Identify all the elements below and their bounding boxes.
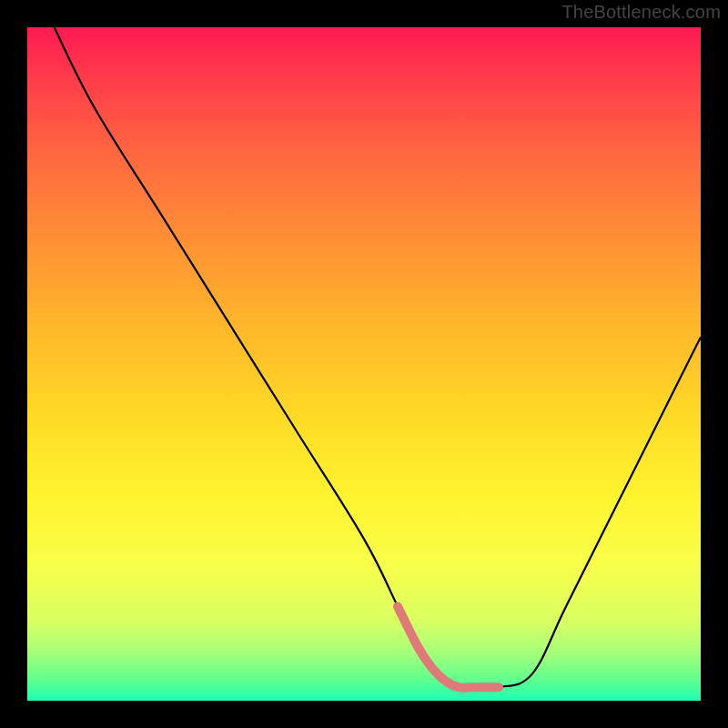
chart-frame: TheBottleneck.com (0, 0, 728, 728)
highlight-segment (398, 606, 499, 687)
watermark-label: TheBottleneck.com (561, 2, 721, 23)
chart-svg (27, 27, 701, 701)
bottleneck-curve (55, 27, 701, 689)
plot-area (27, 27, 701, 701)
